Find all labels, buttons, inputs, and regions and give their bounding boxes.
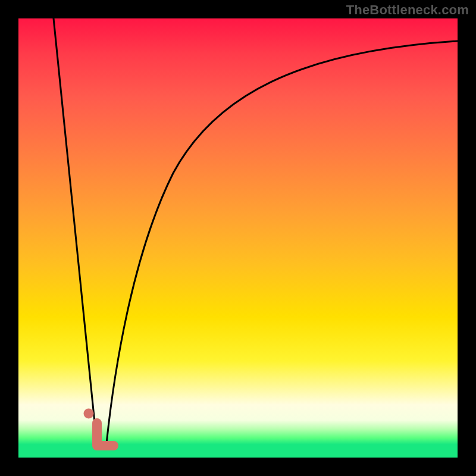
plot-svg bbox=[18, 18, 458, 458]
chart-frame: TheBottleneck.com bbox=[0, 0, 476, 476]
right-bottleneck-curve bbox=[107, 41, 458, 443]
marker-dot bbox=[84, 409, 94, 419]
marker-hook bbox=[97, 423, 114, 446]
plot-area bbox=[18, 18, 458, 458]
left-bottleneck-line bbox=[54, 18, 96, 440]
watermark-text: TheBottleneck.com bbox=[346, 2, 469, 18]
